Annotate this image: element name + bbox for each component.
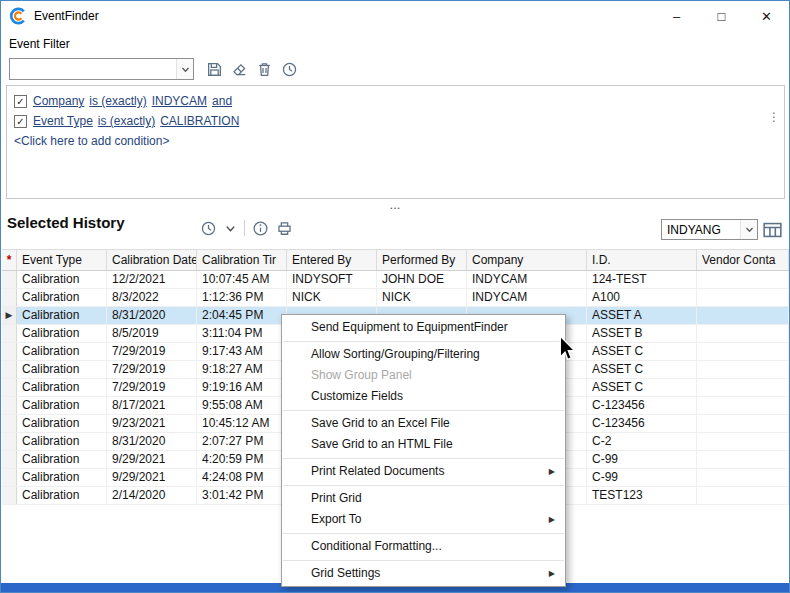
- combo-dropdown-icon[interactable]: [176, 59, 193, 79]
- condition-link[interactable]: is (exactly): [89, 94, 146, 108]
- condition-link[interactable]: INDYCAM: [152, 94, 207, 108]
- splitter-handle-icon[interactable]: ...: [1, 200, 789, 209]
- maximize-button[interactable]: □: [699, 1, 744, 31]
- grid-cell[interactable]: 8/17/2021: [107, 397, 197, 414]
- grid-cell[interactable]: 3:11:04 PM: [197, 325, 287, 342]
- history-clock-icon[interactable]: [200, 220, 217, 237]
- grid-cell[interactable]: C-123456: [587, 415, 697, 432]
- grid-cell[interactable]: 7/29/2019: [107, 361, 197, 378]
- grid-cell[interactable]: 4:24:08 PM: [197, 469, 287, 486]
- grid-cell[interactable]: ASSET A: [587, 307, 697, 324]
- grid-cell[interactable]: Calibration: [17, 469, 107, 486]
- grid-cell[interactable]: Calibration: [17, 307, 107, 324]
- menu-item[interactable]: Save Grid to an Excel File: [282, 413, 565, 434]
- minimize-button[interactable]: –: [654, 1, 699, 31]
- condition-link[interactable]: CALIBRATION: [160, 114, 239, 128]
- grid-cell[interactable]: ASSET B: [587, 325, 697, 342]
- menu-item[interactable]: Customize Fields: [282, 386, 565, 407]
- column-header[interactable]: I.D.: [587, 250, 697, 270]
- grid-cell[interactable]: 2:04:45 PM: [197, 307, 287, 324]
- column-header[interactable]: Entered By: [287, 250, 377, 270]
- grid-cell[interactable]: Calibration: [17, 289, 107, 306]
- grid-cell[interactable]: Calibration: [17, 361, 107, 378]
- grid-cell[interactable]: [697, 379, 789, 396]
- column-header[interactable]: Vendor Conta: [697, 250, 789, 270]
- filter-history-clock-icon[interactable]: [281, 61, 298, 78]
- grid-cell[interactable]: 9:19:16 AM: [197, 379, 287, 396]
- condition-link[interactable]: and: [212, 94, 232, 108]
- grid-layout-icon[interactable]: [762, 221, 783, 239]
- grid-cell[interactable]: 2/14/2020: [107, 487, 197, 504]
- grid-cell[interactable]: 7/29/2019: [107, 343, 197, 360]
- grid-row[interactable]: Calibration12/2/202110:07:45 AMINDYSOFTJ…: [2, 271, 789, 289]
- grid-cell[interactable]: C-99: [587, 469, 697, 486]
- filter-combobox[interactable]: [9, 58, 194, 80]
- menu-item[interactable]: Conditional Formatting...: [282, 536, 565, 557]
- grid-cell[interactable]: [697, 433, 789, 450]
- grid-cell[interactable]: INDYSOFT: [287, 271, 377, 288]
- grid-cell[interactable]: JOHN DOE: [377, 271, 467, 288]
- panel-grip-dots-icon[interactable]: ⋮: [768, 110, 780, 124]
- grid-cell[interactable]: 10:45:12 AM: [197, 415, 287, 432]
- grid-cell[interactable]: INDYCAM: [467, 271, 587, 288]
- column-header[interactable]: Company: [467, 250, 587, 270]
- grid-cell[interactable]: 1:12:36 PM: [197, 289, 287, 306]
- grid-cell[interactable]: Calibration: [17, 271, 107, 288]
- column-header[interactable]: Calibration Tir: [197, 250, 287, 270]
- grid-cell[interactable]: 8/31/2020: [107, 433, 197, 450]
- grid-cell[interactable]: Calibration: [17, 343, 107, 360]
- grid-cell[interactable]: 2:07:27 PM: [197, 433, 287, 450]
- grid-cell[interactable]: 8/31/2020: [107, 307, 197, 324]
- grid-cell[interactable]: [697, 271, 789, 288]
- column-header[interactable]: Calibration Date: [107, 250, 197, 270]
- grid-cell[interactable]: 7/29/2019: [107, 379, 197, 396]
- grid-cell[interactable]: 4:20:59 PM: [197, 451, 287, 468]
- grid-cell[interactable]: 3:01:42 PM: [197, 487, 287, 504]
- grid-cell[interactable]: 9:55:08 AM: [197, 397, 287, 414]
- grid-cell[interactable]: C-99: [587, 451, 697, 468]
- grid-cell[interactable]: ASSET C: [587, 361, 697, 378]
- grid-cell[interactable]: 9/29/2021: [107, 469, 197, 486]
- grid-cell[interactable]: [697, 487, 789, 504]
- grid-cell[interactable]: 12/2/2021: [107, 271, 197, 288]
- grid-cell[interactable]: Calibration: [17, 487, 107, 504]
- menu-item[interactable]: Allow Sorting/Grouping/Filtering: [282, 344, 565, 365]
- grid-cell[interactable]: ASSET C: [587, 343, 697, 360]
- add-condition-link[interactable]: <Click here to add condition>: [14, 134, 777, 148]
- grid-cell[interactable]: TEST123: [587, 487, 697, 504]
- site-combobox[interactable]: INDYANG: [661, 219, 758, 240]
- grid-cell[interactable]: 8/5/2019: [107, 325, 197, 342]
- grid-cell[interactable]: 9/29/2021: [107, 451, 197, 468]
- condition-link[interactable]: Event Type: [33, 114, 93, 128]
- menu-item[interactable]: Grid Settings▶: [282, 563, 565, 584]
- condition-checkbox-icon[interactable]: ✓: [14, 115, 27, 128]
- menu-item[interactable]: Export To▶: [282, 509, 565, 530]
- grid-cell[interactable]: 9:18:27 AM: [197, 361, 287, 378]
- grid-cell[interactable]: INDYCAM: [467, 289, 587, 306]
- column-header[interactable]: Performed By: [377, 250, 467, 270]
- condition-link[interactable]: is (exactly): [98, 114, 155, 128]
- grid-cell[interactable]: [697, 415, 789, 432]
- grid-cell[interactable]: [697, 289, 789, 306]
- grid-cell[interactable]: 9/23/2021: [107, 415, 197, 432]
- save-filter-icon[interactable]: [206, 61, 223, 78]
- grid-cell[interactable]: C-2: [587, 433, 697, 450]
- grid-cell[interactable]: Calibration: [17, 379, 107, 396]
- clear-filter-icon[interactable]: [231, 61, 248, 78]
- grid-cell[interactable]: NICK: [377, 289, 467, 306]
- menu-item[interactable]: Save Grid to an HTML File: [282, 434, 565, 455]
- menu-item[interactable]: Print Related Documents▶: [282, 461, 565, 482]
- grid-cell[interactable]: [697, 397, 789, 414]
- grid-cell[interactable]: 124-TEST: [587, 271, 697, 288]
- condition-checkbox-icon[interactable]: ✓: [14, 95, 27, 108]
- info-icon[interactable]: [252, 220, 269, 237]
- combo-dropdown-icon[interactable]: [740, 220, 757, 239]
- grid-cell[interactable]: [697, 469, 789, 486]
- grid-cell[interactable]: A100: [587, 289, 697, 306]
- menu-item[interactable]: Send Equipment to EquipmentFinder: [282, 317, 565, 338]
- grid-cell[interactable]: [697, 361, 789, 378]
- grid-cell[interactable]: Calibration: [17, 451, 107, 468]
- grid-cell[interactable]: Calibration: [17, 433, 107, 450]
- menu-item[interactable]: Print Grid: [282, 488, 565, 509]
- condition-link[interactable]: Company: [33, 94, 84, 108]
